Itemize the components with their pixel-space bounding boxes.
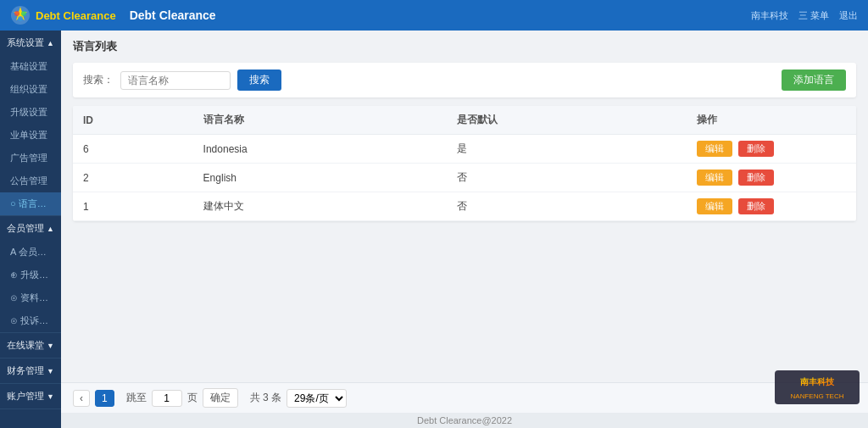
logo-area: Debt Clearance [10, 5, 116, 25]
logo-icon [10, 5, 31, 25]
table-row: 2 English 否 编辑 删除 [73, 164, 856, 192]
total-count: 共 3 条 [250, 391, 281, 405]
game-logo-svg: 南丰科技 NANFENG TECH [775, 366, 860, 409]
search-label: 搜索： [83, 73, 114, 87]
chevron-icon-online: ▼ [47, 342, 54, 350]
chevron-icon-account: ▼ [47, 392, 54, 401]
sidebar-section-account-label: 账户管理 [7, 390, 44, 403]
sidebar-item-ad-management[interactable]: 广告管理 [0, 147, 61, 170]
game-logo-area: 南丰科技 NANFENG TECH [775, 366, 860, 411]
edit-button[interactable]: 编辑 [697, 141, 732, 157]
svg-text:南丰科技: 南丰科技 [800, 377, 835, 386]
col-name: 语言名称 [193, 106, 447, 135]
page-confirm-button[interactable]: 确定 [203, 388, 238, 408]
page-content: 语言列表 搜索： 搜索 添加语言 ID 语言名称 是否默认 操作 [61, 31, 868, 382]
table-row: 1 建体中文 否 编辑 删除 [73, 192, 856, 221]
table-header-row: ID 语言名称 是否默认 操作 [73, 106, 856, 135]
sidebar-item-upgrade-settings[interactable]: 升级设置 [0, 101, 61, 124]
edit-button[interactable]: 编辑 [697, 170, 732, 186]
sidebar-section-online-label: 在线课堂 [7, 339, 44, 352]
sidebar-section-system: 系统设置 ▲ 基础设置 组织设置 升级设置 业单设置 广告管理 公告管理 ○ 语… [0, 31, 61, 216]
content-area: 语言列表 搜索： 搜索 添加语言 ID 语言名称 是否默认 操作 [61, 31, 868, 428]
edit-button[interactable]: 编辑 [697, 198, 732, 214]
delete-button[interactable]: 删除 [738, 198, 774, 214]
pagination-bar: ‹ 1 跳至 页 确定 共 3 条 10条/页 20条/页 29条/页 50条/… [61, 382, 868, 413]
sidebar-section-finance-header[interactable]: 财务管理 ▼ [0, 359, 61, 383]
search-input[interactable] [120, 71, 231, 90]
delete-button[interactable]: 删除 [738, 141, 774, 157]
user-info: 南丰科技 [751, 9, 788, 22]
cell-default: 否 [447, 192, 687, 221]
svg-point-1 [14, 11, 19, 16]
sidebar-section-online-lesson-header[interactable]: 在线课堂 ▼ [0, 333, 61, 358]
copyright-bar: Debt Clearance@2022 [61, 413, 868, 428]
delete-button[interactable]: 删除 [738, 170, 774, 186]
sidebar-section-system-label: 系统设置 [7, 36, 44, 49]
header-actions: 南丰科技 三 菜单 退出 [751, 9, 858, 22]
sidebar-section-member-label: 会员管理 [7, 222, 44, 235]
jump-label: 跳至 [126, 391, 147, 405]
search-button[interactable]: 搜索 [237, 69, 281, 91]
sidebar-section-online-lesson: 在线课堂 ▼ [0, 333, 61, 359]
sidebar-item-notice-management[interactable]: 公告管理 [0, 170, 61, 192]
sidebar-item-withdraw-process[interactable]: ⊙ 投诉处理 [0, 309, 61, 332]
sidebar-item-lang-management[interactable]: ○ 语言管理 [0, 192, 61, 215]
cell-name: 建体中文 [193, 192, 447, 221]
sidebar-item-member-list[interactable]: A 会员管理 [0, 241, 61, 264]
brand-text: Debt Clearance [36, 9, 116, 22]
col-action: 操作 [687, 106, 856, 135]
sidebar-section-finance-label: 财务管理 [7, 364, 44, 377]
sidebar-item-upgrade-apply[interactable]: ⊕ 升级申请 [0, 264, 61, 286]
copyright-text: Debt Clearance@2022 [417, 415, 512, 425]
header: Debt Clearance Debt Clearance 南丰科技 三 菜单 … [0, 0, 868, 31]
svg-text:NANFENG TECH: NANFENG TECH [791, 392, 844, 400]
sidebar-section-member-header[interactable]: 会员管理 ▲ [0, 216, 61, 241]
cell-name: English [193, 164, 447, 192]
sidebar-section-account-header[interactable]: 账户管理 ▼ [0, 384, 61, 409]
header-title: Debt Clearance [130, 8, 751, 22]
cell-actions: 编辑 删除 [687, 135, 856, 164]
per-page-select[interactable]: 10条/页 20条/页 29条/页 50条/页 [287, 389, 347, 408]
chevron-icon-finance: ▼ [47, 367, 54, 375]
current-page-button[interactable]: 1 [95, 390, 114, 407]
cell-default: 是 [447, 135, 687, 164]
language-table: ID 语言名称 是否默认 操作 6 Indonesia 是 编辑 删除 2 En… [73, 106, 856, 221]
sidebar-section-finance: 财务管理 ▼ [0, 359, 61, 384]
sidebar-item-org-settings[interactable]: 组织设置 [0, 78, 61, 101]
main-layout: 系统设置 ▲ 基础设置 组织设置 升级设置 业单设置 广告管理 公告管理 ○ 语… [0, 31, 868, 428]
sidebar-section-member: 会员管理 ▲ A 会员管理 ⊕ 升级申请 ⊙ 资料审核 ⊙ 投诉处理 [0, 216, 61, 333]
logout-btn[interactable]: 退出 [839, 9, 858, 22]
sidebar-item-data-audit[interactable]: ⊙ 资料审核 [0, 286, 61, 309]
chevron-icon: ▲ [47, 39, 54, 47]
cell-id: 1 [73, 192, 193, 221]
sidebar-item-basic-settings[interactable]: 基础设置 [0, 55, 61, 78]
col-id: ID [73, 106, 193, 135]
cell-actions: 编辑 删除 [687, 164, 856, 192]
cell-actions: 编辑 删除 [687, 192, 856, 221]
page-unit: 页 [187, 391, 198, 405]
sidebar-item-menu-settings[interactable]: 业单设置 [0, 124, 61, 147]
page-title: 语言列表 [73, 39, 856, 54]
prev-page-button[interactable]: ‹ [73, 390, 90, 407]
menu-label[interactable]: 三 菜单 [798, 9, 829, 22]
sidebar-section-account: 账户管理 ▼ [0, 384, 61, 409]
svg-point-2 [21, 11, 26, 16]
svg-point-3 [18, 16, 23, 21]
page-jump-input[interactable] [152, 390, 182, 407]
add-language-button[interactable]: 添加语言 [782, 69, 846, 91]
cell-default: 否 [447, 164, 687, 192]
sidebar: 系统设置 ▲ 基础设置 组织设置 升级设置 业单设置 广告管理 公告管理 ○ 语… [0, 31, 61, 428]
table-row: 6 Indonesia 是 编辑 删除 [73, 135, 856, 164]
sidebar-section-system-header[interactable]: 系统设置 ▲ [0, 31, 61, 55]
chevron-icon-member: ▲ [47, 225, 54, 233]
search-bar: 搜索： 搜索 添加语言 [73, 63, 856, 97]
cell-id: 6 [73, 135, 193, 164]
cell-id: 2 [73, 164, 193, 192]
col-default: 是否默认 [447, 106, 687, 135]
cell-name: Indonesia [193, 135, 447, 164]
